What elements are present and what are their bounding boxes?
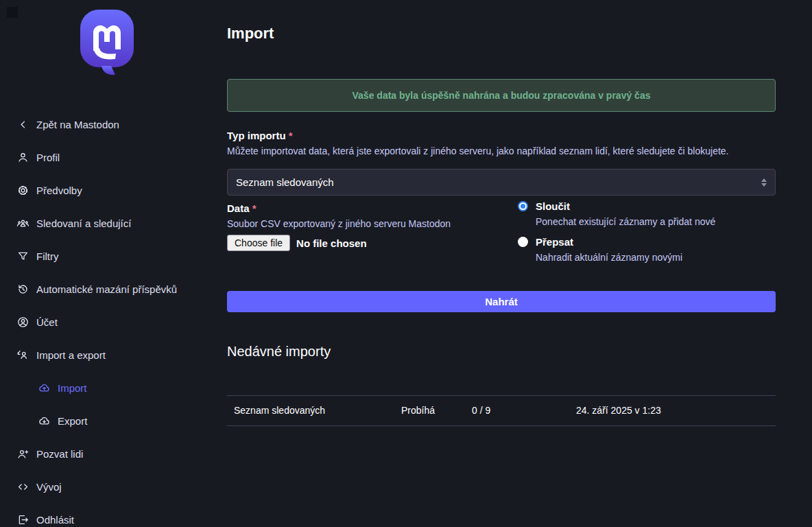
sidebar-item-label: Profil [36, 152, 60, 163]
account-circle-icon [16, 316, 29, 329]
required-asterisk: * [289, 130, 293, 141]
mastodon-logo[interactable] [77, 10, 137, 78]
sidebar-item-label: Filtry [36, 250, 59, 262]
data-file-label: Data * [227, 202, 256, 214]
import-type-label: Typ importu * [227, 130, 293, 141]
radio-option-label: Přepsat [536, 236, 573, 248]
history-icon [16, 283, 29, 296]
import-type-select[interactable]: Seznam sledovaných [227, 169, 776, 196]
settings-sidebar: Zpět na Mastodon Profil Předvolby Sledov… [0, 0, 226, 527]
import-page: Import Vaše data byla úspěšně nahrána a … [227, 0, 776, 527]
success-banner: Vaše data byla úspěšně nahrána a budou z… [227, 79, 776, 112]
sidebar-item[interactable]: Pozvat lidi [0, 437, 226, 470]
person-swap-icon [16, 349, 29, 362]
table-header-cell [465, 382, 569, 396]
table-header-cell [569, 382, 724, 396]
file-status-text: No file chosen [296, 237, 367, 249]
choose-file-button[interactable]: Choose file [227, 235, 290, 251]
table-row: Seznam sledovaných Probíhá 0 / 9 24. zář… [227, 396, 776, 426]
page-title: Import [227, 25, 274, 43]
cloud-download-icon [38, 414, 51, 428]
radio-option-label: Sloučit [536, 200, 570, 212]
sidebar-item-label: Účet [36, 316, 58, 328]
import-type-hint: Můžete importovat data, která jste expor… [227, 145, 728, 156]
sidebar-nav: Zpět na Mastodon Profil Předvolby Sledov… [0, 108, 226, 527]
radio-option: Sloučit Ponechat existující záznamy a př… [518, 200, 776, 227]
sidebar-item-label: Import a export [36, 349, 106, 361]
people-icon [16, 217, 29, 230]
required-asterisk: * [252, 202, 256, 214]
file-input: Choose file No file chosen [227, 235, 367, 251]
radio-checked-icon[interactable] [518, 201, 528, 211]
table-header-row [227, 382, 776, 396]
radio-option: Přepsat Nahradit aktuální záznamy novými [518, 236, 776, 263]
success-banner-message: Vaše data byla úspěšně nahrána a budou z… [353, 90, 651, 101]
code-icon [16, 480, 29, 493]
data-file-hint: Soubor CSV exportovaný z jiného serveru … [227, 218, 451, 229]
logout-icon [16, 513, 29, 526]
sidebar-item[interactable]: Export [0, 404, 226, 437]
cloud-upload-icon [38, 382, 51, 395]
table-header-cell [394, 382, 465, 396]
sidebar-item-label: Vývoj [36, 481, 62, 493]
sidebar-item-label: Automatické mazání příspěvků [36, 283, 177, 295]
import-mode-options: Sloučit Ponechat existující záznamy a př… [518, 200, 776, 272]
sidebar-item[interactable]: Import [0, 371, 226, 404]
cell-errors [724, 396, 776, 426]
sidebar-item-label: Odhlásit [36, 514, 74, 526]
cell-status: Probíhá [394, 396, 465, 426]
sidebar-item-label: Sledovaní a sledující [36, 218, 131, 229]
select-arrows-icon [761, 178, 767, 187]
radio-option-row[interactable]: Přepsat [518, 236, 776, 248]
sidebar-item-label: Pozvat lidi [36, 448, 83, 460]
sidebar-item[interactable]: Import a export [0, 338, 226, 371]
sidebar-item[interactable]: Sledovaní a sledující [0, 207, 226, 239]
chevron-left-icon [16, 118, 29, 131]
sidebar-item[interactable]: Předvolby [0, 174, 226, 207]
sidebar-item[interactable]: Vývoj [0, 470, 226, 503]
cell-imported: 0 / 9 [465, 396, 569, 426]
table-header-cell [227, 382, 394, 396]
radio-option-description: Nahradit aktuální záznamy novými [536, 252, 776, 263]
radio-unchecked-icon[interactable] [518, 237, 528, 247]
sidebar-item[interactable]: Účet [0, 305, 226, 338]
sidebar-item[interactable]: Profil [0, 141, 226, 174]
sidebar-item[interactable]: Automatické mazání příspěvků [0, 272, 226, 305]
gear-icon [16, 184, 29, 197]
sidebar-item[interactable]: Odhlásit [0, 503, 226, 527]
filter-icon [16, 250, 29, 263]
recent-imports-heading: Nedávné importy [227, 344, 331, 360]
person-add-icon [16, 447, 29, 460]
sidebar-item-label: Zpět na Mastodon [36, 119, 119, 130]
sidebar-item-label: Import [58, 382, 87, 394]
person-icon [16, 151, 29, 164]
upload-button[interactable]: Nahrát [227, 291, 776, 312]
import-type-select-value: Seznam sledovaných [236, 176, 334, 188]
cell-type: Seznam sledovaných [227, 396, 394, 426]
sidebar-item-label: Předvolby [36, 185, 82, 196]
sidebar-item-label: Export [58, 415, 87, 427]
table-header-cell [724, 382, 776, 396]
sidebar-item[interactable]: Filtry [0, 239, 226, 272]
radio-option-row[interactable]: Sloučit [518, 200, 776, 212]
cell-started: 24. září 2025 v 1:23 [569, 396, 724, 426]
sidebar-item[interactable]: Zpět na Mastodon [0, 108, 226, 141]
recent-imports-table: Seznam sledovaných Probíhá 0 / 9 24. zář… [227, 382, 776, 426]
radio-option-description: Ponechat existující záznamy a přidat nov… [536, 216, 776, 227]
